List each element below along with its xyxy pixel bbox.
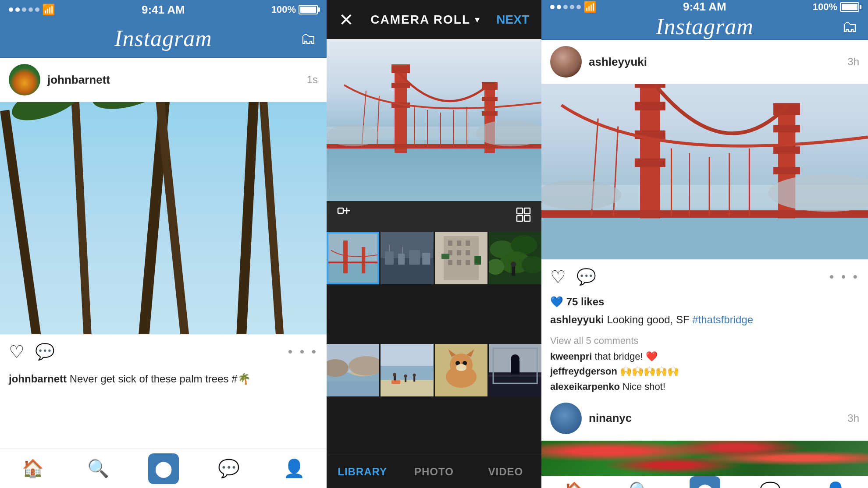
right-more-dots[interactable]: • • • [829, 269, 859, 284]
svg-rect-23 [482, 111, 498, 116]
right-commenter-3[interactable]: alexeikarpenko [550, 381, 620, 392]
left-nav-activity[interactable]: 💬 [196, 449, 261, 488]
right-caption-hashtag[interactable]: #thatsfbridge [692, 314, 753, 325]
svg-rect-85 [413, 376, 415, 382]
thumb-corgi[interactable] [435, 344, 487, 396]
right-comment-icon[interactable]: 💬 [576, 268, 596, 286]
right-comment-text-1: that bridge! ❤️ [595, 351, 658, 362]
svg-rect-80 [381, 380, 433, 396]
thumb-building-svg [435, 232, 487, 284]
right-nav-home[interactable]: 🏠 [541, 476, 607, 488]
left-nav-home[interactable]: 🏠 [0, 449, 65, 488]
cr-next-button[interactable]: NEXT [496, 13, 529, 27]
cr-close-button[interactable]: ✕ [339, 10, 354, 30]
left-caption-username[interactable]: johnbarnett [9, 373, 67, 385]
svg-rect-38 [524, 216, 530, 221]
thumb-beach[interactable] [381, 344, 433, 396]
right-avatar-ashley[interactable] [550, 46, 582, 78]
left-post-header: johnbarnett 1s [0, 58, 327, 102]
right-nina-username[interactable]: ninanyc [589, 411, 632, 425]
right-post-username[interactable]: ashleyyuki [589, 55, 647, 69]
right-post-likes: 💙 75 likes [541, 294, 868, 310]
right-post-caption: ashleyyuki Looking good, SF #thatsfbridg… [541, 310, 868, 333]
left-caption-text: Never get sick of these palm trees #🌴 [70, 373, 251, 385]
right-caption-text: Looking good, SF [607, 314, 692, 325]
left-post-username[interactable]: johnbarnett [47, 73, 110, 87]
left-battery-icon [299, 5, 318, 14]
cr-bottom-tabs: LIBRARY PHOTO VIDEO [327, 455, 541, 488]
left-comment-icon[interactable]: 💬 [35, 343, 55, 361]
svg-rect-61 [457, 260, 461, 265]
svg-rect-37 [517, 216, 523, 221]
cr-tab-photo[interactable]: PHOTO [398, 455, 470, 488]
right-ig-header: Instagram 🗂 [541, 14, 868, 40]
svg-rect-115 [773, 146, 800, 154]
left-heart-icon[interactable]: ♡ [9, 342, 25, 362]
left-nav-search[interactable]: 🔍 [65, 449, 131, 488]
right-inbox-icon[interactable]: 🗂 [842, 18, 857, 36]
right-nav-profile[interactable]: 👤 [803, 476, 868, 488]
thumb-building[interactable] [435, 232, 487, 284]
svg-rect-109 [635, 102, 665, 110]
right-likes-count[interactable]: 75 likes [566, 296, 605, 308]
svg-rect-34 [338, 208, 343, 213]
r-dot-2 [557, 5, 561, 9]
right-heart-icon[interactable]: ♡ [550, 267, 566, 287]
cr-grid-button[interactable] [516, 207, 531, 226]
left-inbox-icon[interactable]: 🗂 [300, 29, 316, 48]
thumb-coastal-svg [327, 344, 379, 396]
right-commenter-2[interactable]: jeffreydgerson [550, 366, 617, 377]
left-logo: Instagram [114, 25, 212, 51]
svg-rect-63 [441, 254, 449, 259]
svg-rect-36 [524, 208, 530, 214]
thumb-marina[interactable] [381, 232, 433, 284]
right-caption-username[interactable]: ashleyyuki [550, 314, 604, 325]
right-commenter-1[interactable]: kweenpri [550, 351, 592, 362]
svg-rect-62 [466, 260, 470, 265]
thumb-silhouette[interactable] [489, 344, 541, 396]
svg-rect-64 [474, 256, 481, 265]
cr-thumbnails-grid [327, 232, 541, 455]
left-post-caption: johnbarnett Never get sick of these palm… [0, 369, 327, 393]
svg-rect-116 [773, 167, 800, 174]
right-avatar-nina[interactable] [550, 403, 582, 434]
left-nav-camera-btn[interactable]: ⬤ [148, 453, 179, 484]
right-nav-activity[interactable]: 💬 [737, 476, 803, 488]
left-nav-profile[interactable]: 👤 [261, 449, 327, 488]
left-signal-area: 📶 [9, 4, 55, 16]
right-view-comments[interactable]: View all 5 comments [541, 333, 868, 349]
cr-tab-video[interactable]: VIDEO [470, 455, 541, 488]
right-bottom-nav: 🏠 🔍 ⬤ 💬 👤 [541, 476, 868, 488]
left-avatar[interactable] [9, 64, 40, 95]
left-nav-camera[interactable]: ⬤ [131, 449, 196, 488]
cr-title-area[interactable]: CAMERA ROLL ▾ [370, 13, 480, 27]
cr-preview-image [327, 39, 541, 201]
thumb-plants[interactable] [489, 232, 541, 284]
right-comment-text-3: Nice shot! [623, 381, 665, 392]
thumb-silhouette-svg [489, 344, 541, 396]
left-bottom-nav: 🏠 🔍 ⬤ 💬 👤 [0, 449, 327, 488]
right-post-image [541, 84, 868, 259]
right-nav-camera-btn[interactable]: ⬤ [690, 476, 720, 488]
thumb-coastal[interactable] [327, 344, 379, 396]
cr-title: CAMERA ROLL [370, 13, 470, 27]
cr-header: ✕ CAMERA ROLL ▾ NEXT [327, 0, 541, 39]
thumb-gg-bridge[interactable] [327, 232, 379, 284]
right-battery-fill [842, 4, 857, 10]
cr-expand-button[interactable] [337, 207, 352, 226]
svg-rect-48 [409, 250, 420, 265]
svg-rect-49 [422, 253, 430, 265]
svg-rect-77 [327, 381, 379, 396]
right-nav-camera[interactable]: ⬤ [672, 476, 737, 488]
cr-tab-library[interactable]: LIBRARY [327, 455, 398, 488]
right-battery-area: 100% [813, 1, 859, 13]
dot-2 [15, 7, 20, 12]
right-comment-1: kweenpri that bridge! ❤️ [541, 349, 868, 364]
right-post-time: 3h [847, 56, 859, 68]
right-nav-search[interactable]: 🔍 [607, 476, 672, 488]
left-instagram-panel: 📶 9:41 AM 100% Instagram 🗂 johnbarnett 1… [0, 0, 327, 488]
left-more-dots[interactable]: • • • [288, 344, 318, 359]
right-comment-text-2: 🙌🙌🙌🙌🙌 [620, 366, 679, 377]
right-signal-area: 📶 [550, 1, 597, 13]
cr-preview-svg [327, 39, 541, 201]
